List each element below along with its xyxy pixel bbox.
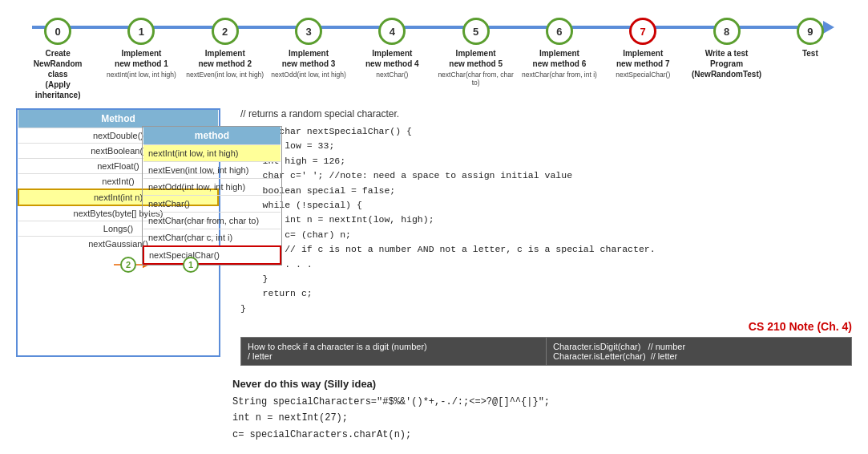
code-body: public char nextSpecialChar() { int low … — [240, 124, 852, 316]
step-label-8: Write a testProgram(NewRandomTest) — [692, 48, 761, 79]
step-label-0: CreateNewRandomclass(Applyinheritance) — [34, 48, 83, 100]
step-circle-7: 7 — [629, 18, 656, 45]
step-sub-4: nextChar() — [376, 71, 408, 79]
method-row-3: nextChar() — [143, 196, 281, 213]
step-circle-4: 4 — [378, 18, 406, 45]
step-circle-5: 5 — [462, 18, 490, 45]
main-content: Method nextDouble() nextBoolean() nextFl… — [0, 104, 868, 370]
step-circle-8: 8 — [713, 18, 741, 45]
step-circle-3: 3 — [295, 18, 322, 45]
step-5: 5 Implementnew method 5 nextChar(char fr… — [434, 18, 517, 87]
step-label-7: Implementnew method 7 — [616, 48, 670, 69]
step-circle-6: 6 — [546, 18, 573, 45]
method-row-2: nextOdd(int low, int high) — [143, 179, 281, 196]
info-col2: Character.isDigit(char) // numberCharact… — [547, 338, 852, 366]
step-label-1: Implementnew method 1 — [115, 48, 168, 69]
timeline: 0 CreateNewRandomclass(Applyinheritance)… — [16, 8, 852, 100]
right-panel: // returns a random special character. p… — [232, 108, 852, 366]
bottom-section: Never do this way (Silly idea) String sp… — [0, 370, 868, 451]
step-6: 6 Implementnew method 6 nextChar(char fr… — [518, 18, 601, 79]
method-row-0: nextInt(int low, int high) — [143, 145, 281, 162]
step-sub-6: nextChar(char from, int i) — [522, 71, 597, 79]
step-label-4: Implementnew method 4 — [365, 48, 419, 69]
step-sub-5: nextChar(char from, char to) — [434, 71, 517, 87]
step-9: 9 Test — [769, 18, 852, 59]
method-table-header: method — [143, 127, 281, 145]
step-1: 1 Implementnew method 1 nextInt(int low,… — [99, 18, 183, 79]
step-4: 4 Implementnew method 4 nextChar() — [350, 18, 434, 79]
method-row-1: nextEven(int low, int high) — [143, 162, 281, 179]
left-panel: Method nextDouble() nextBoolean() nextFl… — [16, 108, 220, 357]
method-table-wrapper: method nextInt(int low, int high) nextEv… — [142, 126, 282, 266]
step-label-9: Test — [802, 48, 818, 59]
step-sub-2: nextEven(int low, int high) — [186, 71, 264, 79]
step-circle-0: 0 — [44, 18, 71, 45]
never-do-title: Never do this way (Silly idea) — [232, 378, 852, 390]
step-circle-2: 2 — [212, 18, 239, 45]
cs-note: CS 210 Note (Ch. 4) — [240, 320, 852, 333]
step-circle-1: 1 — [127, 18, 155, 45]
step-7: 7 Implementnew method 7 nextSpecialChar(… — [601, 18, 684, 79]
info-col1: How to check if a character is a digit (… — [241, 338, 547, 366]
step-0: 0 CreateNewRandomclass(Applyinheritance) — [16, 18, 99, 100]
step-label-5: Implementnew method 5 — [449, 48, 503, 69]
step-label-3: Implementnew method 3 — [282, 48, 336, 69]
info-table: How to check if a character is a digit (… — [240, 337, 852, 366]
step-label-2: Implementnew method 2 — [198, 48, 252, 69]
method-row-6: nextSpecialChar() — [143, 246, 281, 264]
code-comment: // returns a random special character. — [240, 108, 852, 120]
step-sub-3: nextOdd(int low, int high) — [271, 71, 346, 79]
step-circle-9: 9 — [797, 18, 824, 45]
badge-1: 1 — [183, 257, 199, 273]
step-sub-7: nextSpecialChar() — [616, 71, 670, 79]
step-label-6: Implementnew method 6 — [533, 48, 587, 69]
step-sub-1: nextInt(int low, int high) — [107, 71, 176, 79]
method-table: method nextInt(int low, int high) nextEv… — [143, 127, 281, 265]
step-8: 8 Write a testProgram(NewRandomTest) — [684, 18, 768, 79]
bottom-code: String specialCharacters="#$%&'()*+,-./:… — [232, 394, 852, 443]
step-2: 2 Implementnew method 2 nextEven(int low… — [184, 18, 267, 79]
timeline-section: 0 CreateNewRandomclass(Applyinheritance)… — [0, 0, 868, 104]
badge-2: 2 — [120, 257, 136, 273]
step-3: 3 Implementnew method 3 nextOdd(int low,… — [267, 18, 350, 79]
method-row-5: nextChar(char c, int i) — [143, 229, 281, 247]
method-row-4: nextChar(char from, char to) — [143, 213, 281, 229]
